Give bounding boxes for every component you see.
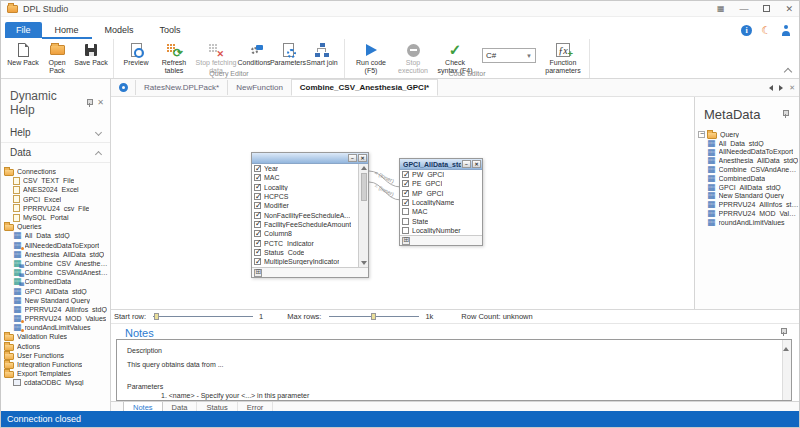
language-combobox[interactable]: C# ▼ [482, 48, 536, 63]
table-field-row[interactable]: MultipleSurgeryIndicator [252, 257, 358, 266]
table-close-icon[interactable]: ✕ [358, 154, 367, 162]
tree-item[interactable]: GPCI_AllData_stdQ [695, 183, 799, 192]
max-rows-slider[interactable] [329, 316, 419, 317]
tree-item[interactable]: Queries [1, 222, 110, 231]
pin-icon[interactable] [781, 110, 789, 119]
tree-item[interactable]: Connections [1, 167, 110, 176]
gpci-table-titlebar[interactable]: GPCI_AllData_stdQ − ✕ [400, 159, 482, 170]
field-checkbox[interactable] [254, 184, 261, 191]
tab-models[interactable]: Models [92, 22, 147, 39]
table-field-row[interactable]: PE_GPCI [400, 179, 482, 188]
table-field-row[interactable]: Status_Code [252, 248, 358, 257]
tree-item[interactable]: PPRRVU24_MOD_Values [1, 314, 110, 323]
document-tab[interactable]: RatesNew.DPLPack* [135, 80, 227, 95]
tree-item[interactable]: CombinedData [1, 277, 110, 286]
expander-icon[interactable] [698, 131, 705, 138]
table-field-row[interactable]: Year [252, 164, 358, 173]
table-field-row[interactable]: LocalityNumber [400, 226, 482, 235]
theme-moon-icon[interactable]: ☾ [761, 25, 771, 36]
field-checkbox[interactable] [402, 171, 409, 178]
scroll-down-icon[interactable] [789, 339, 792, 347]
tab-file[interactable]: File [5, 22, 42, 38]
field-checkbox[interactable] [402, 227, 409, 234]
scroll-down-icon[interactable] [361, 261, 367, 265]
table-field-row[interactable]: PW_GPCI [400, 170, 482, 179]
field-checkbox[interactable] [254, 193, 261, 200]
table-field-row[interactable]: Locality [252, 183, 358, 192]
pin-icon[interactable] [85, 99, 93, 108]
save-pack-button[interactable]: Save Pack [74, 41, 108, 67]
panel-close-icon[interactable]: ✕ [97, 99, 104, 107]
field-checkbox[interactable] [402, 199, 409, 206]
field-checkbox[interactable] [254, 202, 261, 209]
table-field-row[interactable]: FacilityFeeScheduleAmount [252, 220, 358, 229]
table-close-icon[interactable]: ✕ [472, 160, 481, 168]
ribbon-collapse-icon[interactable] [784, 68, 792, 76]
table-field-row[interactable]: MP_GPCI [400, 189, 482, 198]
field-checkbox[interactable] [402, 180, 409, 187]
tree-item[interactable]: GPCI_AllData_stdQ [1, 286, 110, 295]
tree-item[interactable]: Anesthesia_AllData_stdQ [695, 156, 799, 165]
user-account-icon[interactable] [780, 25, 791, 36]
tree-item[interactable]: User Functions [1, 351, 110, 360]
table-field-row[interactable]: HCPCS [252, 192, 358, 201]
source-table-box[interactable]: − ✕ Year MAC [251, 152, 369, 278]
table-field-row[interactable]: State [400, 216, 482, 225]
field-checkbox[interactable] [254, 240, 261, 247]
tree-item[interactable]: Query [695, 130, 799, 139]
field-checkbox[interactable] [254, 249, 261, 256]
start-row-slider[interactable] [153, 316, 253, 317]
tree-item[interactable]: Anesthesia_AllData_stdQ [1, 250, 110, 259]
maximize-icon[interactable] [763, 5, 770, 12]
table-field-row[interactable]: PCTC_Indicator [252, 238, 358, 247]
tree-item[interactable]: PPRRVU24_AllInfos_stdQ [1, 305, 110, 314]
tab-tools[interactable]: Tools [147, 22, 194, 39]
field-checkbox[interactable] [254, 221, 261, 228]
table-field-row[interactable]: NonFacilityFeeScheduleA... [252, 210, 358, 219]
help-section-header[interactable]: Help [1, 123, 110, 143]
tree-item[interactable]: All_Data_stdQ [1, 231, 110, 240]
tree-item[interactable]: MySQL_Portal [1, 213, 110, 222]
minimize-icon[interactable]: — [739, 4, 748, 14]
tree-item[interactable]: All_Data_stdQ [695, 139, 799, 148]
parameters-button[interactable]: Parameters [271, 41, 305, 67]
info-icon[interactable]: i [741, 25, 752, 36]
smart-join-button[interactable]: Smart join [305, 41, 339, 67]
tree-item[interactable]: AllNeededDataToExport [695, 148, 799, 157]
add-field-icon[interactable] [402, 237, 410, 245]
table-minimize-icon[interactable]: − [348, 154, 357, 162]
tree-item[interactable]: roundAndLimitValues [695, 218, 799, 227]
add-field-icon[interactable] [254, 269, 262, 277]
tree-item[interactable]: AllNeededDataToExport [1, 241, 110, 250]
tree-item[interactable]: PPRRVU24_AllInfos_stdQ [695, 200, 799, 209]
source-table-titlebar[interactable]: − ✕ [252, 153, 368, 164]
conditions-button[interactable]: Conditions [237, 41, 271, 67]
tab-home[interactable]: Home [42, 22, 92, 39]
start-row-slider-thumb[interactable] [154, 313, 159, 320]
field-checkbox[interactable] [254, 230, 261, 237]
tree-item[interactable]: ANES2024_Excel [1, 185, 110, 194]
tree-item[interactable]: Validation Rules [1, 332, 110, 341]
close-tab-icon[interactable]: ✕ [789, 84, 795, 92]
window-layout-icon[interactable]: ▦ [717, 4, 725, 14]
tree-item[interactable]: New Standard Query [1, 296, 110, 305]
field-checkbox[interactable] [254, 258, 261, 265]
table-field-row[interactable]: Modifier [252, 201, 358, 210]
tree-item[interactable]: Integration Functions [1, 360, 110, 369]
scroll-up-icon[interactable] [361, 166, 367, 170]
field-checkbox[interactable] [402, 208, 409, 215]
tree-item[interactable]: PPRRVU24_MOD_Values [695, 209, 799, 218]
table-scrollbar[interactable] [358, 164, 368, 267]
field-checkbox[interactable] [254, 165, 261, 172]
tree-item[interactable]: Export Templates [1, 369, 110, 378]
scroll-tabs-right-icon[interactable] [779, 85, 783, 91]
scroll-tabs-left-icon[interactable] [769, 85, 773, 91]
tree-item[interactable]: Combine_CSVAndAnesthesia [695, 165, 799, 174]
tree-item[interactable]: CSV_TEXT_File [1, 176, 110, 185]
tree-item[interactable]: roundAndLimitValues [1, 323, 110, 332]
notes-scrollbar[interactable] [782, 340, 791, 400]
document-tab[interactable]: NewFunction [227, 80, 291, 95]
tree-item[interactable]: Combine_CSV_Anesthesia_GPCI [1, 259, 110, 268]
document-tab[interactable]: Combine_CSV_Anesthesia_GPCI* [291, 79, 438, 96]
table-field-row[interactable]: MAC [252, 173, 358, 182]
